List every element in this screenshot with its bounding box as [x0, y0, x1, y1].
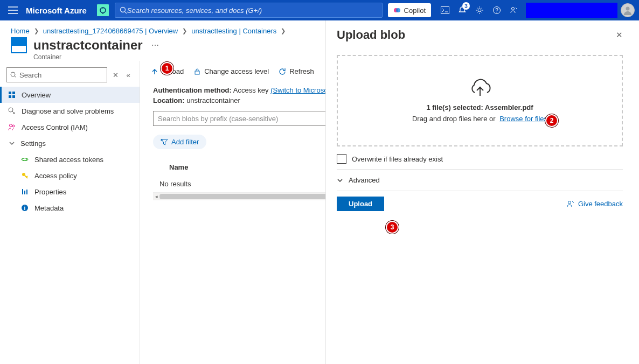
panel-title: Upload blob — [337, 28, 405, 42]
cloud-shell-icon[interactable] — [436, 0, 454, 20]
global-search-input[interactable] — [127, 6, 378, 15]
help-icon[interactable]: ? — [488, 0, 505, 20]
browse-files-link[interactable]: Browse for files — [499, 115, 547, 123]
cloud-upload-icon — [467, 79, 494, 98]
svg-rect-27 — [195, 71, 199, 74]
nav-overview-label: Overview — [22, 91, 51, 99]
chevron-right-icon: ❯ — [34, 27, 39, 34]
svg-point-28 — [568, 201, 571, 204]
crumb-home[interactable]: Home — [11, 27, 30, 35]
nav-iam-label: Access Control (IAM) — [22, 123, 88, 131]
svg-point-10 — [11, 72, 15, 76]
svg-point-17 — [10, 124, 12, 127]
crumb-containers[interactable]: unstracttesting | Containers — [191, 27, 276, 35]
crumb-resource-group[interactable]: unstracttesting_1724068669475 | Overview — [43, 27, 178, 35]
add-filter-button[interactable]: Add filter — [153, 135, 206, 149]
copilot-label: Copilot — [404, 6, 426, 15]
nav-policy-label: Access policy — [34, 172, 77, 180]
feedback-icon — [566, 200, 575, 208]
collapse-sidebar[interactable]: « — [123, 71, 133, 79]
sas-icon — [20, 155, 29, 164]
overwrite-option: Overwrite if files already exist — [326, 146, 634, 169]
refresh-label: Refresh — [289, 67, 314, 75]
nav-properties-label: Properties — [34, 188, 66, 196]
upload-icon — [151, 68, 158, 75]
chevron-right-icon: ❯ — [182, 27, 187, 34]
location-label: Location: — [153, 96, 185, 104]
change-access-button[interactable]: Change access level — [193, 67, 269, 75]
blob-search-placeholder: Search blobs by prefix (case-sensitive) — [158, 115, 278, 123]
nav-policy[interactable]: Access policy — [0, 167, 140, 184]
upload-submit-button[interactable]: Upload — [337, 197, 384, 211]
svg-text:i: i — [24, 205, 26, 211]
nav-overview[interactable]: Overview — [0, 87, 140, 103]
svg-rect-12 — [12, 92, 15, 94]
auth-label: Authentication method: — [153, 86, 232, 94]
preview-badge[interactable] — [96, 4, 109, 17]
global-search[interactable] — [115, 3, 383, 18]
user-avatar[interactable] — [621, 3, 635, 17]
svg-point-15 — [9, 108, 13, 112]
svg-point-5 — [478, 9, 481, 12]
nav-settings-label: Settings — [20, 139, 46, 148]
files-selected-text: 1 file(s) selected: Assembler.pdf — [426, 103, 533, 111]
dropzone-text: Drag and drop files here or — [412, 115, 496, 123]
nav-iam[interactable]: Access Control (IAM) — [0, 119, 140, 135]
notification-count: 3 — [462, 2, 470, 10]
info-icon: i — [20, 204, 29, 212]
settings-icon[interactable] — [471, 0, 488, 20]
location-value: unstractcontainer — [186, 96, 240, 104]
scroll-left-arrow[interactable]: ◂ — [153, 193, 159, 200]
feedback-icon[interactable] — [505, 0, 523, 20]
advanced-toggle[interactable]: Advanced — [326, 170, 634, 191]
sidebar: Search ✕ « Overview Diagnose and solve p… — [0, 61, 140, 364]
nav-settings-group[interactable]: Settings — [0, 135, 140, 151]
search-icon — [10, 72, 17, 79]
dropzone-hint: Drag and drop files here or Browse for f… — [412, 115, 547, 123]
svg-point-16 — [13, 113, 15, 114]
change-access-label: Change access level — [204, 67, 269, 75]
refresh-icon — [279, 68, 286, 75]
close-panel-button[interactable]: ✕ — [616, 30, 623, 40]
svg-rect-13 — [9, 95, 11, 98]
nav-sas[interactable]: Shared access tokens — [0, 151, 140, 167]
more-actions[interactable]: ⋯ — [149, 41, 161, 50]
nav-diagnose-label: Diagnose and solve problems — [22, 107, 114, 115]
overwrite-label: Overwrite if files already exist — [352, 155, 443, 163]
file-dropzone[interactable]: 1 file(s) selected: Assembler.pdf Drag a… — [337, 55, 623, 146]
key-icon — [20, 171, 29, 180]
account-redacted[interactable] — [526, 3, 617, 18]
overwrite-checkbox[interactable] — [337, 154, 346, 164]
overview-icon — [8, 90, 16, 99]
advanced-label: Advanced — [349, 176, 380, 184]
sidebar-search[interactable]: Search — [6, 67, 107, 82]
brand-label[interactable]: Microsoft Azure — [26, 6, 96, 15]
give-feedback-link[interactable]: Give feedback — [566, 200, 623, 208]
hamburger-menu[interactable] — [0, 6, 26, 14]
scroll-thumb[interactable] — [159, 194, 337, 199]
chevron-down-icon — [8, 139, 16, 148]
annotation-2: 2 — [545, 114, 558, 127]
auth-switch-link[interactable]: (Switch to Microso — [270, 86, 328, 94]
svg-rect-24 — [26, 190, 27, 194]
nav-metadata-label: Metadata — [34, 204, 64, 212]
diagnose-icon — [8, 107, 16, 115]
copilot-button[interactable]: Copilot — [388, 3, 431, 17]
svg-point-8 — [512, 8, 515, 10]
nav-sas-label: Shared access tokens — [34, 156, 103, 164]
annotation-1: 1 — [161, 62, 173, 75]
nav-metadata[interactable]: i Metadata — [0, 200, 140, 216]
nav-diagnose[interactable]: Diagnose and solve problems — [0, 103, 140, 119]
clear-sidebar-search[interactable]: ✕ — [110, 71, 120, 79]
nav-properties[interactable]: Properties — [0, 184, 140, 200]
chevron-down-icon — [337, 177, 343, 184]
chevron-right-icon: ❯ — [281, 27, 286, 34]
refresh-button[interactable]: Refresh — [279, 67, 314, 75]
notifications-icon[interactable]: 3 — [454, 0, 471, 20]
svg-text:?: ? — [495, 8, 498, 13]
svg-rect-23 — [24, 191, 25, 194]
top-icon-tray: 3 ? — [436, 0, 523, 20]
container-icon — [11, 37, 27, 53]
annotation-3: 3 — [386, 221, 399, 234]
azure-top-bar: Microsoft Azure Copilot 3 ? — [0, 0, 639, 20]
